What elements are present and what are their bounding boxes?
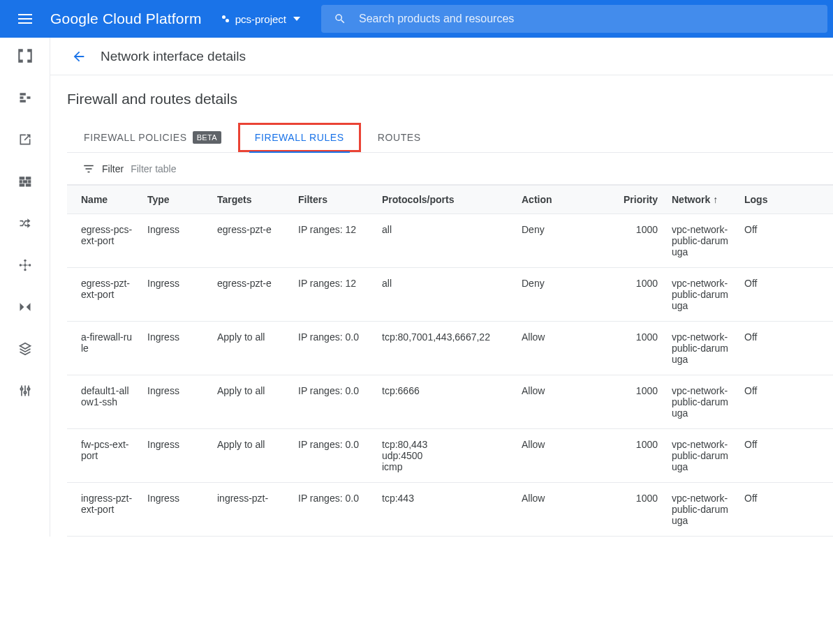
cell-targets: egress-pzt-e — [210, 268, 291, 322]
col-name[interactable]: Name — [67, 186, 140, 214]
cell-action: Deny — [515, 214, 598, 268]
rail-item-routes[interactable] — [15, 214, 35, 233]
cell-logs: Off — [737, 322, 833, 375]
table-row[interactable]: a-firewall-ruleIngressApply to allIP ran… — [67, 322, 833, 375]
svg-point-3 — [24, 260, 26, 262]
cell-filters: IP ranges: 0.0 — [291, 322, 375, 375]
external-icon — [18, 133, 32, 147]
filter-icon — [82, 163, 95, 175]
top-bar: Google Cloud Platform pcs-project — [0, 0, 833, 38]
mirror-icon — [18, 300, 32, 314]
rail-item-3[interactable] — [15, 130, 35, 149]
filter-placeholder[interactable]: Filter table — [131, 163, 176, 174]
table-header-row: NameTypeTargetsFiltersProtocols/portsAct… — [67, 186, 833, 214]
tab-routes[interactable]: ROUTES — [361, 123, 438, 152]
cell-logs: Off — [737, 429, 833, 483]
cell-network: vpc-network-public-darumuga — [665, 322, 737, 375]
cell-protocols: tcp:80,7001,443,6667,22 — [375, 322, 515, 375]
cell-network: vpc-network-public-darumuga — [665, 375, 737, 429]
col-logs[interactable]: Logs — [737, 186, 833, 214]
search-icon — [334, 13, 346, 25]
rail-item-9[interactable] — [15, 381, 35, 400]
table-row[interactable]: egress-pcs-ext-portIngressegress-pzt-eIP… — [67, 214, 833, 268]
cell-type: Ingress — [140, 429, 210, 483]
cell-name: default1-allow1-ssh — [67, 375, 140, 429]
shuffle-icon — [18, 216, 32, 230]
cell-action: Allow — [515, 429, 598, 483]
table-body: egress-pcs-ext-portIngressegress-pzt-eIP… — [67, 214, 833, 537]
tune-icon — [18, 384, 32, 398]
cell-priority: 1000 — [598, 375, 665, 429]
svg-point-4 — [24, 269, 26, 271]
filter-label: Filter — [102, 163, 124, 174]
cell-targets: Apply to all — [210, 429, 291, 483]
cell-filters: IP ranges: 0.0 — [291, 429, 375, 483]
tab-firewall-rules[interactable]: FIREWALL RULES — [238, 123, 361, 152]
col-protocols-ports[interactable]: Protocols/ports — [375, 186, 515, 214]
col-action[interactable]: Action — [515, 186, 598, 214]
cell-logs: Off — [737, 483, 833, 537]
chevron-down-icon — [293, 17, 300, 21]
menu-icon — [18, 14, 32, 24]
cell-protocols: tcp:80,443 udp:4500 icmp — [375, 429, 515, 483]
col-type[interactable]: Type — [140, 186, 210, 214]
cell-type: Ingress — [140, 322, 210, 375]
tabs: FIREWALL POLICIESBETAFIREWALL RULESROUTE… — [67, 123, 833, 153]
cell-targets: ingress-pzt- — [210, 483, 291, 537]
table-row[interactable]: fw-pcs-ext-portIngressApply to allIP ran… — [67, 429, 833, 483]
back-button[interactable] — [67, 45, 91, 68]
cell-type: Ingress — [140, 214, 210, 268]
title-bar: Network interface details — [50, 38, 833, 75]
tab-label: ROUTES — [378, 132, 421, 143]
cell-logs: Off — [737, 268, 833, 322]
project-icon — [220, 13, 231, 24]
rail-item-shared[interactable] — [15, 339, 35, 359]
cell-priority: 1000 — [598, 322, 665, 375]
search-bar[interactable] — [321, 5, 827, 33]
tab-label: FIREWALL POLICIES — [84, 132, 187, 143]
cell-name: fw-pcs-ext-port — [67, 429, 140, 483]
rail-item-peering[interactable] — [15, 255, 35, 275]
table-row[interactable]: egress-pzt-ext-portIngressegress-pzt-eIP… — [67, 268, 833, 322]
section-title: Firewall and routes details — [67, 91, 833, 107]
cell-type: Ingress — [140, 483, 210, 537]
brand-label: Google Cloud Platform — [50, 10, 202, 27]
tab-firewall-policies[interactable]: FIREWALL POLICIESBETA — [67, 123, 238, 152]
rail-item-7[interactable] — [15, 297, 35, 317]
cell-network: vpc-network-public-darumuga — [665, 268, 737, 322]
cell-action: Allow — [515, 483, 598, 537]
cell-name: a-firewall-rule — [67, 322, 140, 375]
filter-bar: Filter Filter table — [67, 153, 833, 185]
cell-logs: Off — [737, 214, 833, 268]
rail-item-firewall[interactable] — [15, 172, 35, 191]
cell-action: Allow — [515, 322, 598, 375]
rail-item-2[interactable] — [15, 88, 35, 107]
cell-filters: IP ranges: 0.0 — [291, 483, 375, 537]
tab-label: FIREWALL RULES — [255, 132, 344, 143]
cell-targets: Apply to all — [210, 375, 291, 429]
firewall-icon — [18, 174, 32, 188]
cell-priority: 1000 — [598, 429, 665, 483]
project-picker[interactable]: pcs-project — [220, 13, 300, 25]
cell-targets: Apply to all — [210, 322, 291, 375]
cell-protocols: all — [375, 214, 515, 268]
peering-icon — [18, 258, 32, 272]
table-row[interactable]: default1-allow1-sshIngressApply to allIP… — [67, 375, 833, 429]
cell-network: vpc-network-public-darumuga — [665, 429, 737, 483]
sort-arrow-icon: ↑ — [713, 194, 718, 205]
search-input[interactable] — [359, 13, 815, 25]
col-network[interactable]: Network↑ — [665, 186, 737, 214]
nodes-icon — [18, 91, 32, 105]
cell-filters: IP ranges: 12 — [291, 214, 375, 268]
col-targets[interactable]: Targets — [210, 186, 291, 214]
cell-protocols: tcp:443 — [375, 483, 515, 537]
rail-item-vpc-network[interactable] — [15, 46, 35, 66]
col-priority[interactable]: Priority — [598, 186, 665, 214]
cell-logs: Off — [737, 375, 833, 429]
beta-badge: BETA — [193, 131, 221, 144]
cell-name: egress-pcs-ext-port — [67, 214, 140, 268]
col-filters[interactable]: Filters — [291, 186, 375, 214]
nav-menu-button[interactable] — [11, 5, 39, 33]
cell-network: vpc-network-public-darumuga — [665, 483, 737, 537]
table-row[interactable]: ingress-pzt-ext-portIngressingress-pzt-I… — [67, 483, 833, 537]
